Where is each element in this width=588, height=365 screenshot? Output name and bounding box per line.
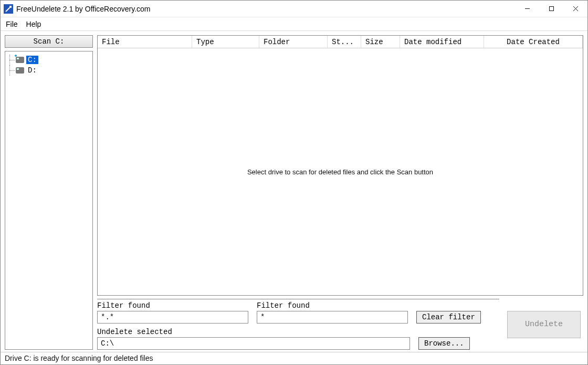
minimize-button[interactable] bbox=[515, 1, 539, 17]
drive-tree-item[interactable]: C: bbox=[7, 55, 90, 65]
col-type[interactable]: Type bbox=[192, 36, 259, 48]
window-title: FreeUndelete 2.1 by OfficeRecovery.com bbox=[16, 5, 515, 13]
filter-col-2: Filter found bbox=[257, 301, 408, 324]
file-table: File Type Folder St... Size Date modifie… bbox=[97, 35, 583, 296]
undelete-pane: Undelete bbox=[505, 299, 583, 350]
window-controls bbox=[515, 1, 587, 17]
left-pane: Scan C: C: D: bbox=[5, 35, 93, 350]
undelete-path-input[interactable] bbox=[97, 337, 410, 350]
drive-icon bbox=[16, 57, 24, 63]
filter-row: Filter found Filter found Clear filter bbox=[97, 301, 499, 324]
titlebar: FreeUndelete 2.1 by OfficeRecovery.com bbox=[1, 1, 587, 17]
table-empty-message: Select drive to scan for deleted files a… bbox=[98, 48, 583, 295]
browse-button[interactable]: Browse... bbox=[418, 337, 470, 350]
menu-file[interactable]: File bbox=[6, 20, 18, 28]
close-button[interactable] bbox=[563, 1, 587, 17]
drive-tree[interactable]: C: D: bbox=[5, 51, 93, 350]
maximize-button[interactable] bbox=[539, 1, 563, 17]
right-pane: File Type Folder St... Size Date modifie… bbox=[97, 35, 583, 350]
clear-filter-button[interactable]: Clear filter bbox=[416, 311, 481, 324]
table-header-row: File Type Folder St... Size Date modifie… bbox=[98, 36, 583, 48]
drive-tree-item[interactable]: D: bbox=[7, 65, 90, 76]
col-size[interactable]: Size bbox=[361, 36, 400, 48]
filter-label-1: Filter found bbox=[97, 301, 248, 310]
col-date-created[interactable]: Date Created bbox=[484, 36, 583, 48]
menubar: File Help bbox=[1, 17, 587, 31]
menu-help[interactable]: Help bbox=[26, 20, 41, 28]
drive-label: D: bbox=[26, 66, 38, 75]
filter-label-2: Filter found bbox=[257, 301, 408, 310]
bottom-area: Filter found Filter found Clear filter U… bbox=[97, 299, 583, 350]
col-folder[interactable]: Folder bbox=[259, 36, 328, 48]
filter-input-2[interactable] bbox=[257, 311, 408, 324]
col-state[interactable]: St... bbox=[328, 36, 361, 48]
scan-button[interactable]: Scan C: bbox=[5, 35, 93, 48]
app-icon bbox=[4, 4, 13, 14]
undelete-selected-label: Undelete selected bbox=[97, 328, 499, 336]
col-date-modified[interactable]: Date modified bbox=[400, 36, 484, 48]
forms-area: Filter found Filter found Clear filter U… bbox=[97, 299, 499, 350]
filter-input-1[interactable] bbox=[97, 311, 248, 324]
undelete-button[interactable]: Undelete bbox=[507, 311, 581, 338]
filter-col-1: Filter found bbox=[97, 301, 248, 324]
col-file[interactable]: File bbox=[98, 36, 192, 48]
drive-icon bbox=[16, 67, 24, 74]
drive-label: C: bbox=[26, 56, 38, 64]
content-area: Scan C: C: D: File Type Folder St... Siz… bbox=[1, 31, 587, 352]
undelete-selected-row: Browse... bbox=[97, 337, 499, 350]
status-bar: Drive C: is ready for scanning for delet… bbox=[1, 352, 587, 364]
svg-rect-1 bbox=[549, 7, 553, 11]
